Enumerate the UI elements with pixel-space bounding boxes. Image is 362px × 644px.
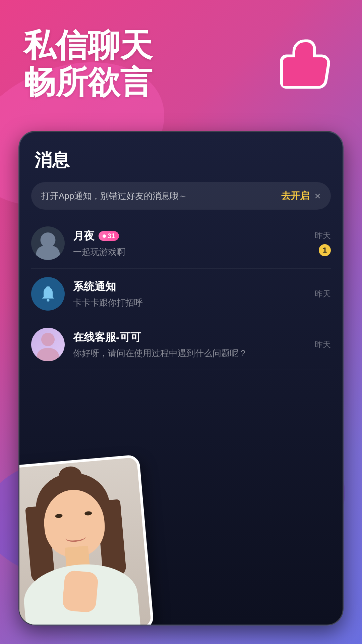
live-count: 31 [108,232,115,240]
message-content-2: 系统通知 卡卡卡跟你打招呼 [73,279,315,309]
message-time-2: 昨天 [315,288,331,299]
notification-banner[interactable]: 打开App通知，别错过好友的消息哦～ 去开启 × [31,182,331,210]
photo-card [18,454,154,626]
avatar-cs [31,328,65,361]
message-item-3[interactable]: 在线客服-可可 你好呀，请问在使用过程中遇到什么问题呢？ 昨天 [31,319,331,370]
contact-name-2: 系统通知 [73,279,116,294]
message-item[interactable]: 月夜 31 一起玩游戏啊 昨天 1 [31,218,331,269]
hand [62,570,99,613]
contact-name-3: 在线客服-可可 [73,330,141,345]
thumbs-up-icon [275,34,335,94]
live-dot [103,234,106,238]
message-list: 月夜 31 一起玩游戏啊 昨天 1 [19,218,343,370]
svg-rect-0 [283,65,292,86]
svg-point-1 [47,299,49,302]
header-text: 私信聊天 畅所欲言 [23,27,152,101]
contact-name-1: 月夜 [73,229,95,244]
message-meta-2: 昨天 [315,288,331,299]
live-badge-1: 31 [99,231,119,241]
portrait [18,457,151,626]
avatar-yuye [31,226,65,260]
avatar-system [31,277,65,311]
message-time-1: 昨天 [315,230,331,241]
svg-rect-2 [46,286,50,288]
message-meta-3: 昨天 [315,339,331,350]
message-content-1: 月夜 31 一起玩游戏啊 [73,229,315,258]
girl-photo [18,457,151,626]
notification-close-button[interactable]: × [314,190,321,202]
notification-text: 打开App通知，别错过好友的消息哦～ [41,190,276,202]
message-meta-1: 昨天 1 [315,230,331,256]
unread-badge-1: 1 [319,244,331,256]
messages-header: 消息 [19,132,343,179]
message-preview-2: 卡卡卡跟你打招呼 [73,297,315,309]
header-title-line1: 私信聊天 [23,27,152,64]
message-name-row-2: 系统通知 [73,279,315,294]
header-title-line2: 畅所欲言 [23,64,152,101]
message-content-3: 在线客服-可可 你好呀，请问在使用过程中遇到什么问题呢？ [73,330,315,359]
message-name-row-3: 在线客服-可可 [73,330,315,345]
message-item-2[interactable]: 系统通知 卡卡卡跟你打招呼 昨天 [31,269,331,319]
notification-action-button[interactable]: 去开启 [281,190,309,202]
message-time-3: 昨天 [315,339,331,350]
messages-title: 消息 [35,149,327,172]
message-name-row-1: 月夜 31 [73,229,315,244]
message-preview-3: 你好呀，请问在使用过程中遇到什么问题呢？ [73,347,315,359]
phone-mockup: 消息 打开App通知，别错过好友的消息哦～ 去开启 × 月夜 31 一起玩游戏啊 [18,131,344,626]
message-preview-1: 一起玩游戏啊 [73,246,315,258]
